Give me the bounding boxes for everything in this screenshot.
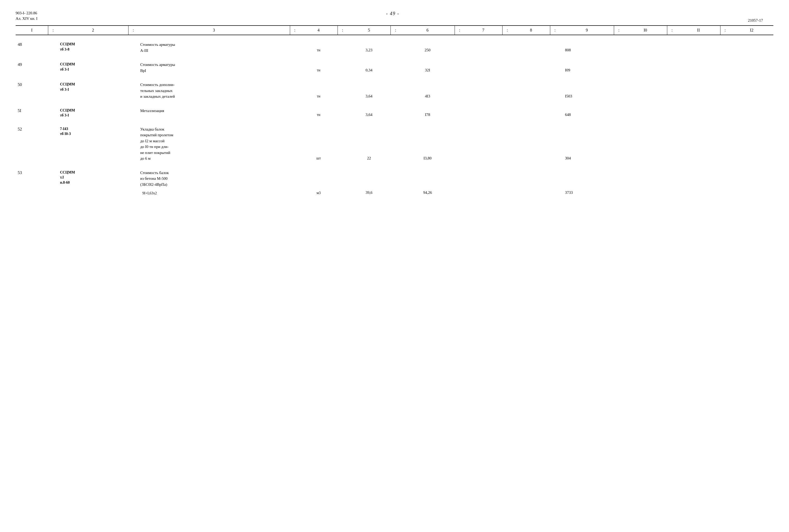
col-sep-7: : (502, 25, 512, 35)
row-price: I78 (400, 105, 455, 119)
col-sep (128, 124, 138, 163)
row-price: 4I3 (400, 79, 455, 101)
col-header-6: 6 (400, 25, 455, 35)
col-sep (614, 59, 624, 75)
col-sep (720, 79, 730, 101)
col-sep (338, 39, 347, 55)
col-sep (502, 39, 512, 55)
col-sep (614, 79, 624, 101)
row-col8 (512, 59, 550, 75)
col-sep (550, 59, 560, 75)
row-col11 (677, 79, 720, 101)
col-sep (338, 167, 347, 198)
row-subnote: 9I+I,63x2 (140, 189, 288, 196)
main-table: I : 2 : 3 : 4 : 5 : 6 : 7 : 8 : 9 : I0 : (16, 25, 773, 197)
col-sep (48, 79, 58, 101)
row-unit: тн (300, 79, 338, 101)
col-sep (614, 105, 624, 119)
page-header: 903-I- 220.86 Ал. XIV кн. I - 49 - 21057… (16, 11, 773, 23)
row-col12 (730, 79, 773, 101)
col-sep (391, 39, 400, 55)
col-sep (455, 59, 464, 75)
row-price: 250 (400, 39, 455, 55)
doc-ref-line1: 903-I- 220.86 (16, 11, 38, 16)
row-number: 52 (16, 124, 48, 163)
col-sep (667, 105, 677, 119)
col-sep (338, 59, 347, 75)
row-price: 32I (400, 59, 455, 75)
row-code: ССЦММ тб 3-I (58, 105, 128, 119)
row-unit: тн (300, 59, 338, 75)
col-header-5: 5 (347, 25, 391, 35)
col-sep-1: : (48, 25, 58, 35)
row-col7 (465, 105, 503, 119)
col-sep (290, 59, 300, 75)
col-sep (614, 124, 624, 163)
row-col8 (512, 167, 550, 198)
col-header-10: I0 (624, 25, 667, 35)
col-sep-3: : (290, 25, 300, 35)
col-sep (502, 59, 512, 75)
col-sep (455, 79, 464, 101)
col-sep (290, 105, 300, 119)
row-unit: м3 (300, 167, 338, 198)
col-sep (391, 79, 400, 101)
col-sep (290, 79, 300, 101)
col-sep-2: : (128, 25, 138, 35)
row-total: 808 (560, 39, 614, 55)
col-sep (550, 79, 560, 101)
col-sep (502, 105, 512, 119)
row-total: 648 (560, 105, 614, 119)
col-header-12: I2 (730, 25, 773, 35)
col-sep (128, 167, 138, 198)
col-sep (290, 39, 300, 55)
col-sep (502, 79, 512, 101)
col-sep (455, 39, 464, 55)
row-col11 (677, 105, 720, 119)
row-total: 304 (560, 124, 614, 163)
col-sep (455, 124, 464, 163)
row-description: Металлизация (138, 105, 290, 119)
col-sep (48, 124, 58, 163)
row-description: Стоимость арматуры ВрI (138, 59, 290, 75)
row-col12 (730, 59, 773, 75)
col-sep-4: : (338, 25, 347, 35)
col-header-1: I (16, 25, 48, 35)
col-header-4: 4 (300, 25, 338, 35)
row-number: 49 (16, 59, 48, 75)
row-spacer (16, 35, 773, 39)
col-header-8: 8 (512, 25, 550, 35)
row-quantity: 0,34 (347, 59, 391, 75)
row-col10 (624, 79, 667, 101)
col-sep-5: : (391, 25, 400, 35)
row-unit: тн (300, 39, 338, 55)
row-col10 (624, 167, 667, 198)
col-sep (550, 39, 560, 55)
row-quantity: 22 (347, 124, 391, 163)
row-col11 (677, 167, 720, 198)
row-col7 (465, 167, 503, 198)
row-col10 (624, 39, 667, 55)
col-sep (338, 79, 347, 101)
row-col12 (730, 124, 773, 163)
row-code: 7-I43 тб I0-3 (58, 124, 128, 163)
row-total: I503 (560, 79, 614, 101)
col-sep (391, 105, 400, 119)
col-sep-6: : (455, 25, 464, 35)
row-code: ССЦММ тб 3-I (58, 59, 128, 75)
row-description: Укладка балок покрытий пролетом до I2 м … (138, 124, 290, 163)
row-unit: шт (300, 124, 338, 163)
row-quantity: 3,23 (347, 39, 391, 55)
row-number: 53 (16, 167, 48, 198)
col-sep (667, 39, 677, 55)
row-col11 (677, 59, 720, 75)
col-header-2: 2 (58, 25, 128, 35)
col-sep (455, 105, 464, 119)
row-col10 (624, 59, 667, 75)
header-left: 903-I- 220.86 Ал. XIV кн. I (16, 11, 38, 21)
col-sep-9: : (614, 25, 624, 35)
row-col12 (730, 39, 773, 55)
row-quantity: 39,6 (347, 167, 391, 198)
col-header-7: 7 (465, 25, 503, 35)
col-sep (550, 167, 560, 198)
